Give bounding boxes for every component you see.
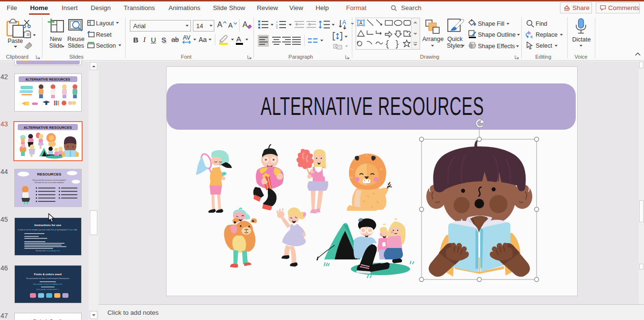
svg-text:RESOURCES: RESOURCES [37, 172, 62, 176]
svg-text:ALTERNATIVE RESOURCES: ALTERNATIVE RESOURCES [261, 92, 484, 120]
svg-text:ALTERNATIVE RESOURCES: ALTERNATIVE RESOURCES [24, 125, 72, 130]
svg-text:(fonts.google.com/specimen/...: (fonts.google.com/specimen/...) [36, 289, 59, 290]
svg-text:This presentation has been cre: This presentation has been created using… [26, 278, 69, 279]
svg-text:For more info: www.slidesgo.co: For more info: www.slidesgo.com [36, 250, 60, 252]
svg-text:Fonts & colors used: Fonts & colors used [34, 273, 62, 276]
svg-text:ALTERNATIVE RESOURCES: ALTERNATIVE RESOURCES [25, 78, 71, 81]
svg-text:1: 1 [276, 21, 278, 23]
svg-text:(fonts.google.com/specimen/Ama: (fonts.google.com/specimen/Amatic+Sc) [33, 283, 63, 285]
svg-text:3: 3 [276, 26, 278, 29]
svg-text:Did you find the resources on: Did you find the resources on this templ… [32, 179, 66, 181]
svg-text:Instructions for use: Instructions for use [34, 224, 62, 227]
svg-text:A: A [359, 21, 363, 26]
svg-text:Get them for free at our other: Get them for free at our other websites [34, 182, 64, 184]
svg-text:A: A [342, 20, 346, 26]
svg-text:c: c [530, 34, 533, 39]
svg-text:In order to use this template,: In order to use this template, you must … [18, 229, 78, 231]
